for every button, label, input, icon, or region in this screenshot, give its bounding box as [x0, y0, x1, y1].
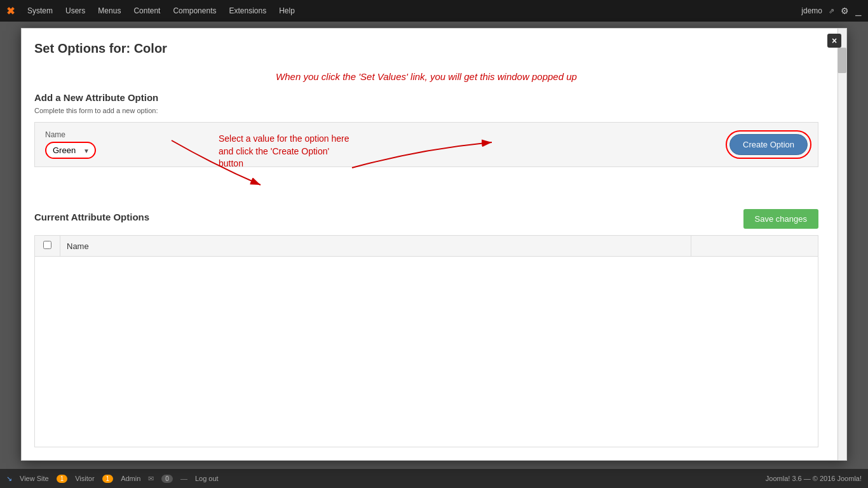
bottom-bar: ↘ View Site 1 Visitor 1 Admin ✉ 0 — Log … [0, 469, 868, 488]
nav-menus[interactable]: Menus [93, 4, 126, 18]
main-area: × Set Options for: Color When you click … [0, 22, 868, 469]
add-section-heading: Add a New Attribute Option [34, 92, 818, 103]
nav-content[interactable]: Content [128, 4, 165, 18]
user-link[interactable]: jdemo [801, 6, 822, 15]
joomla-logo: ✖ [6, 5, 15, 17]
message-icon: ✉ [148, 475, 154, 483]
view-site-link[interactable]: View Site [20, 475, 49, 482]
logout-link[interactable]: Log out [195, 475, 219, 482]
annotation-area: Select a value for the option here and c… [34, 171, 818, 203]
modal-close-button[interactable]: × [827, 34, 841, 48]
view-site-icon: ↘ [6, 475, 12, 483]
visitor-badge: 1 [57, 475, 68, 483]
gear-icon[interactable]: ⚙ [841, 6, 849, 16]
options-table: Name [34, 235, 818, 447]
create-option-button[interactable]: Create Option [729, 134, 808, 155]
empty-row [35, 257, 818, 447]
nav-users[interactable]: Users [60, 4, 90, 18]
power-icon[interactable]: ⎯ [855, 5, 862, 17]
nav-right: jdemo ⇗ ⚙ ⎯ [801, 5, 862, 17]
table-header-actions [691, 236, 818, 257]
top-navigation: ✖ System Users Menus Content Components … [0, 0, 868, 22]
visitor-label: Visitor [75, 475, 94, 482]
name-field-group: Name Green Red Blue Yellow Black White ▼ [45, 130, 96, 159]
form-description: Complete this form to add a new option: [34, 107, 818, 114]
table-header-name: Name [60, 236, 691, 257]
annotation-text: Select a value for the option here and c… [219, 133, 352, 170]
name-select[interactable]: Green Red Blue Yellow Black White [45, 142, 96, 159]
modal-scrollbar[interactable] [837, 29, 846, 460]
modal-content: Set Options for: Color When you click th… [22, 29, 837, 460]
table-header-row: Name [35, 236, 818, 257]
options-table-body [35, 257, 818, 447]
admin-label: Admin [121, 475, 140, 482]
field-label: Name [45, 130, 96, 139]
modal-window: × Set Options for: Color When you click … [21, 28, 847, 461]
save-changes-button[interactable]: Save changes [743, 209, 818, 229]
admin-badge: 1 [102, 475, 114, 483]
nav-system[interactable]: System [22, 4, 58, 18]
modal-title: Set Options for: Color [34, 41, 818, 61]
nav-extensions[interactable]: Extensions [224, 4, 271, 18]
version-info: Joomla! 3.6 — © 2016 Joomla! [766, 475, 862, 482]
right-arrow-svg [346, 130, 505, 187]
dash-separator: — [180, 475, 187, 482]
empty-cell [35, 257, 818, 447]
nav-help[interactable]: Help [274, 4, 300, 18]
options-section: Current Attribute Options Save changes N… [34, 209, 818, 447]
options-header-row: Current Attribute Options Save changes [34, 209, 818, 229]
table-header-checkbox [35, 236, 60, 257]
message-count-badge: 0 [161, 475, 173, 483]
select-all-checkbox[interactable] [43, 241, 51, 249]
name-dropdown: Green Red Blue Yellow Black White ▼ [45, 142, 96, 159]
instruction-text: When you click the 'Set Values' link, yo… [34, 71, 818, 82]
current-options-heading: Current Attribute Options [34, 212, 149, 222]
nav-components[interactable]: Components [168, 4, 221, 18]
scrollbar-thumb [837, 48, 846, 73]
external-link-icon: ⇗ [829, 7, 834, 15]
